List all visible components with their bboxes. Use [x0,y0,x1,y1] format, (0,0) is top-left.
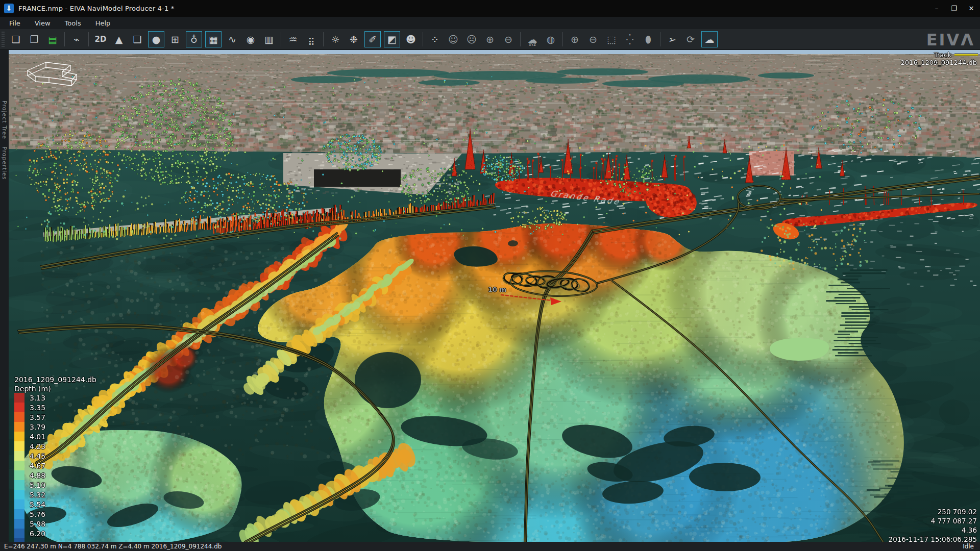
cloud-lasso-icon[interactable]: ☁ [701,31,718,47]
select-region-icon[interactable]: ⬚ [604,32,619,47]
mesh-grid-icon[interactable]: ▦ [205,31,222,47]
track-color-line [954,54,978,56]
save-icon[interactable]: ▤ [45,32,60,47]
menu-file[interactable]: File [0,17,28,29]
rotate-swirl-icon[interactable]: ◍ [543,32,558,47]
view-2d-icon[interactable]: 2D [93,32,108,47]
legend-entry: 3.57 [14,412,96,422]
remove-node-icon[interactable]: ⊖ [585,32,601,47]
legend-entry: 5.98 [14,519,96,529]
point-cloud-icon[interactable]: ⁘ [427,32,443,47]
legend-entry: 3.79 [14,422,96,432]
minimize-button[interactable]: – [928,0,945,17]
shade-gradient-icon[interactable]: ◩ [384,31,400,47]
histogram-icon[interactable]: ⣶ [304,32,319,47]
seabed-profile-icon[interactable]: ♒ [285,32,301,47]
brightness-icon[interactable]: ☼ [328,32,343,47]
tab-project-tree[interactable]: Project Tree [1,101,8,139]
legend-entry: 4.01 [14,432,96,441]
toolbar-separator [660,32,660,46]
track-label: Track [934,51,951,59]
legend-entry: 4.45 [14,451,96,461]
draw-swoosh-icon[interactable]: ✐ [364,31,381,47]
ghost-face-happy-icon[interactable]: ☺ [446,32,461,47]
legend-entry: 4.23 [14,441,96,451]
menu-help[interactable]: Help [88,17,118,29]
north-arrow-icon[interactable]: ▲ [111,32,127,47]
menu-bar: FileViewToolsHelp [0,17,980,29]
status-idle: Idle [963,543,980,550]
toolbar-separator [423,32,423,46]
add-node-icon[interactable]: ⊕ [567,32,582,47]
toolbar: ❏❐▤⌁2D▲❑●⊞♁▦∿◉▥♒⣶☼❉✐◩☻⁘☺☹⊕⊖☁XYZ◍⊕⊖⬚⁛⬮➢⟳☁… [0,29,980,50]
legend-db-title: 2016_1209_091244.db [14,375,96,384]
toolbar-separator [520,32,521,46]
scale-label: 10 m [488,286,506,293]
view-cube-icon[interactable]: ❑ [130,32,145,47]
legend-entry: 5.54 [14,499,96,509]
merge-blob-icon[interactable]: ⬮ [641,32,656,47]
cloud-sync-icon[interactable]: ⟳ [683,32,698,47]
toolbar-separator [64,32,65,46]
side-tab-strip: Project Tree Properties [0,49,9,542]
legend-entry: 4.88 [14,470,96,480]
profile-chart-icon[interactable]: ∿ [225,32,240,47]
geo-view-icon[interactable]: ♁ [186,31,202,47]
status-bar: E=246 247.30 m N=4 788 032.74 m Z=4.40 m… [0,542,980,551]
legend-entry: 3.13 [14,393,96,403]
pointer-arrow-icon[interactable]: ➢ [665,32,680,47]
menu-view[interactable]: View [28,17,58,29]
legend-depth-label: Depth (m) [14,385,96,393]
tab-properties[interactable]: Properties [1,146,8,180]
toolbar-handle [2,32,5,47]
ruler-icon[interactable]: ▥ [261,32,277,47]
cloud-download-xyz-icon[interactable]: ☁XYZ [525,32,540,47]
palette-icon[interactable]: ❉ [346,32,361,47]
close-button[interactable]: ✕ [963,0,980,17]
status-coordinates: E=246 247.30 m N=4 788 032.74 m Z=4.40 m… [0,543,222,550]
new-document-icon[interactable]: ❏ [8,32,23,47]
toolbar-separator [88,32,89,46]
remove-point-icon[interactable]: ⊖ [501,32,516,47]
snapshot-camera-icon[interactable]: ◉ [243,32,258,47]
open-file-icon[interactable]: ❐ [27,32,42,47]
legend-entry: 5.10 [14,480,96,490]
toolbar-separator [281,32,281,46]
app-icon: ⇓ [4,4,14,13]
toolbar-separator [323,32,324,46]
legend-entry: 4.67 [14,461,96,470]
3d-viewport[interactable] [0,0,980,551]
shaded-sphere-icon[interactable]: ● [148,31,164,47]
depth-legend: 2016_1209_091244.db Depth (m) 3.133.353.… [14,375,96,551]
legend-entry: 3.35 [14,403,96,412]
grid-icon[interactable]: ⊞ [167,32,183,47]
connect-plug-icon[interactable]: ⌁ [69,32,84,47]
eiva-logo: EIVΛ [926,30,975,49]
restore-button[interactable]: ❐ [945,0,963,17]
legend-entry: 5.76 [14,509,96,519]
ghost-icon[interactable]: ☻ [403,32,419,47]
track-legend: Track [934,51,978,59]
title-bar: ⇓ FRANCE.nmp - EIVA NaviModel Producer 4… [0,0,980,17]
cursor-readout: 250 709.024 777 087.274.362016-11-17 15:… [889,507,977,544]
add-point-icon[interactable]: ⊕ [482,32,498,47]
toolbar-separator [562,32,563,46]
legend-entry: 5.32 [14,490,96,499]
track-db-label: 2016_1209_091244.db [901,59,977,66]
menu-tools[interactable]: Tools [58,17,88,29]
window-title: FRANCE.nmp - EIVA NaviModel Producer 4-1… [18,5,174,12]
legend-entry: 6.20 [14,529,96,538]
cluster-points-icon[interactable]: ⁛ [622,32,638,47]
ghost-face-sad-icon[interactable]: ☹ [464,32,479,47]
